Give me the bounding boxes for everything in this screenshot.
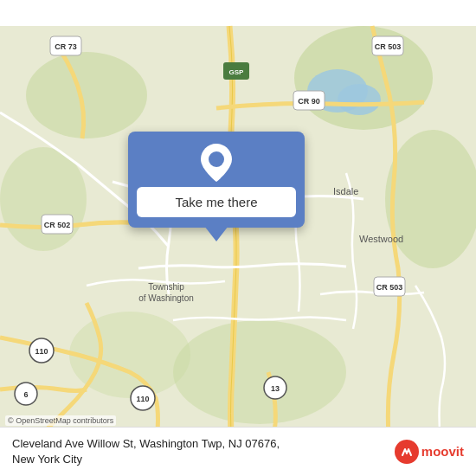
svg-text:13: 13 <box>271 384 280 393</box>
popup-tail <box>204 226 228 241</box>
address-text: Cleveland Ave Willow St, Washington Twp,… <box>12 436 395 467</box>
svg-point-33 <box>209 151 224 167</box>
location-popup: Take me there <box>128 132 305 228</box>
svg-text:of Washington: of Washington <box>138 293 194 303</box>
svg-point-5 <box>173 320 346 424</box>
moovit-logo-text: moovit <box>421 444 464 459</box>
svg-text:CR 73: CR 73 <box>55 42 77 51</box>
take-me-there-button[interactable]: Take me there <box>137 187 296 217</box>
map-background: CR 503 CR 503 CR 90 CR 73 CR 502 GSP 110… <box>0 0 476 476</box>
address-line1: Cleveland Ave Willow St, Washington Twp,… <box>12 437 280 450</box>
popup-icon-area <box>201 132 232 187</box>
map-container: CR 503 CR 503 CR 90 CR 73 CR 502 GSP 110… <box>0 0 476 476</box>
svg-point-2 <box>26 52 147 138</box>
svg-text:GSP: GSP <box>229 68 245 76</box>
map-attribution: © OpenStreetMap contributors <box>5 415 116 426</box>
location-pin-icon <box>201 144 232 182</box>
svg-text:Township: Township <box>148 282 184 292</box>
address-city: New York City <box>12 453 82 466</box>
svg-text:110: 110 <box>35 347 48 356</box>
moovit-logo-icon <box>395 440 419 464</box>
svg-text:6: 6 <box>23 390 28 399</box>
svg-point-8 <box>338 84 381 115</box>
svg-text:CR 90: CR 90 <box>298 97 320 106</box>
svg-text:Westwood: Westwood <box>359 234 403 244</box>
svg-text:CR 503: CR 503 <box>375 42 402 51</box>
svg-text:110: 110 <box>136 395 149 403</box>
svg-text:CR 503: CR 503 <box>376 283 403 292</box>
svg-text:Isdale: Isdale <box>333 186 358 196</box>
bottom-bar: Cleveland Ave Willow St, Washington Twp,… <box>0 427 476 476</box>
moovit-logo: moovit <box>395 440 464 464</box>
attribution-text: © OpenStreetMap contributors <box>8 416 113 425</box>
svg-point-4 <box>385 130 476 268</box>
svg-text:CR 502: CR 502 <box>44 221 71 229</box>
